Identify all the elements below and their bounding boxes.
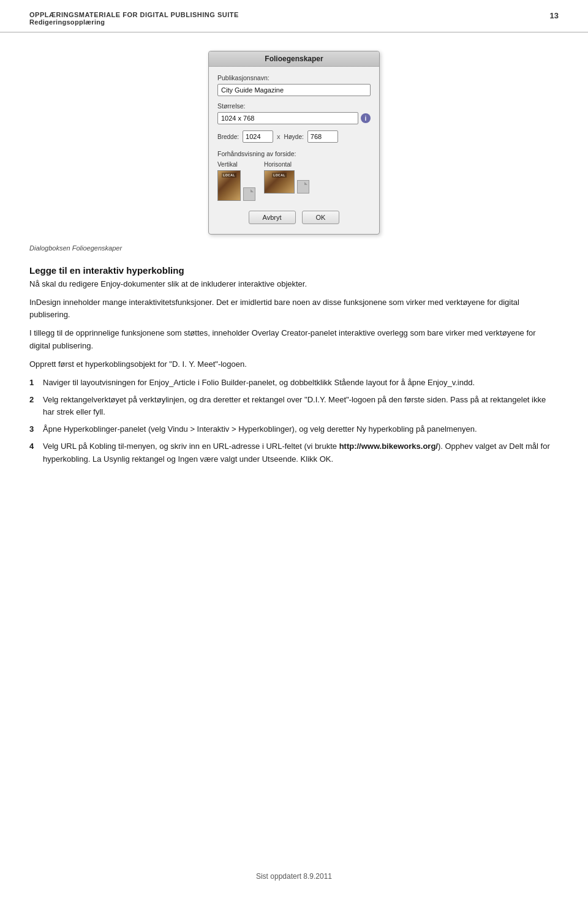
num-2: 2 [29,394,43,418]
list-item-2: 2 Velg rektangelverktøyet på verktøylinj… [29,394,559,418]
num-1: 1 [29,377,43,389]
section-heading: Legge til en interaktiv hyperkobling [29,265,559,276]
body-para-2: I tillegg til de opprinnelige funksjonen… [29,327,559,352]
dialog-body: Publikasjonsnavn: City Guide Magazine St… [209,67,379,234]
cancel-button[interactable]: Avbryt [249,211,296,224]
dialog-caption: Dialogboksen Folioegenskaper [29,244,559,252]
size-row: 1024 x 768 i [217,112,371,124]
dialog-box: Folioegenskaper Publikasjonsnavn: City G… [208,51,380,235]
thumb-icon-2 [297,180,309,194]
thumb-landscape-1: LOCAL [264,170,295,194]
body-para-1: InDesign inneholder mange interaktivitet… [29,296,559,321]
numbered-section: 1 Naviger til layoutvisningen for Enjoy_… [29,377,559,465]
preview-horisontal-label: Horisontal [264,161,292,168]
dimensions-row: Bredde: 1024 x Høyde: 768 [217,130,371,143]
dialog-buttons: Avbryt OK [217,208,371,227]
hoyde-label: Høyde: [284,134,304,140]
dialog-titlebar: Folioegenskaper [209,51,379,67]
header-left: OPPLÆRINGSMATERIALE FOR DIGITAL PUBLISHI… [29,11,239,26]
horisontal-thumbs: LOCAL [264,170,309,194]
page-header: OPPLÆRINGSMATERIALE FOR DIGITAL PUBLISHI… [0,0,588,32]
hoyde-input[interactable]: 768 [307,130,338,143]
num-4: 4 [29,440,43,465]
size-select[interactable]: 1024 x 768 [217,112,358,124]
num-text-2: Velg rektangelverktøyet på verktøylinjen… [43,394,559,418]
bredde-label: Bredde: [217,134,239,140]
dimension-separator: x [277,133,281,140]
thumb-icon-1 [243,187,255,201]
list-item-3: 3 Åpne Hyperkoblinger-panelet (velg Vind… [29,423,559,435]
publikasjonsnavn-label: Publikasjonsnavn: [217,74,371,81]
storrelse-label: Størrelse: [217,102,371,110]
num-text-1: Naviger til layoutvisningen for Enjoy_Ar… [43,377,475,389]
list-item-4: 4 Velg URL på Kobling til-menyen, og skr… [29,440,559,465]
page-number: 13 [550,11,559,20]
content-area: Folioegenskaper Publikasjonsnavn: City G… [0,32,588,496]
thumb-portrait-1: LOCAL [217,170,241,201]
list-item-1: 1 Naviger til layoutvisningen for Enjoy_… [29,377,559,389]
page-footer: Sist oppdatert 8.9.2011 [0,872,588,881]
preview-vertikal-label: Vertikal [217,161,238,168]
footer-text: Sist oppdatert 8.9.2011 [256,872,332,881]
num-3: 3 [29,423,43,435]
vertikal-thumbs: LOCAL [217,170,255,201]
dialog-screenshot: Folioegenskaper Publikasjonsnavn: City G… [29,51,559,235]
preview-horisontal-col: Horisontal LOCAL [264,161,309,201]
num-text-4: Velg URL på Kobling til-menyen, og skriv… [43,440,559,465]
num-text-4-bold: http://www.bikeworks.org/ [339,442,438,451]
header-subtitle: Redigeringsopplæring [29,18,239,26]
info-icon[interactable]: i [361,113,371,123]
body-para-3: Opprett først et hyperkoblingsobjekt for… [29,358,559,371]
intro-paragraph: Nå skal du redigere Enjoy-dokumenter sli… [29,278,559,290]
num-text-4-before: Velg URL på Kobling til-menyen, og skriv… [43,442,339,451]
num-text-3: Åpne Hyperkoblinger-panelet (velg Vindu … [43,423,477,435]
preview-label: Forhåndsvisning av forside: [217,150,371,157]
publikasjonsnavn-input[interactable]: City Guide Magazine [217,84,371,96]
preview-vertikal-col: Vertikal LOCAL [217,161,255,201]
bredde-input[interactable]: 1024 [243,130,273,143]
header-title: OPPLÆRINGSMATERIALE FOR DIGITAL PUBLISHI… [29,11,239,18]
preview-section: Vertikal LOCAL Horisontal [217,161,371,201]
ok-button[interactable]: OK [302,211,340,224]
